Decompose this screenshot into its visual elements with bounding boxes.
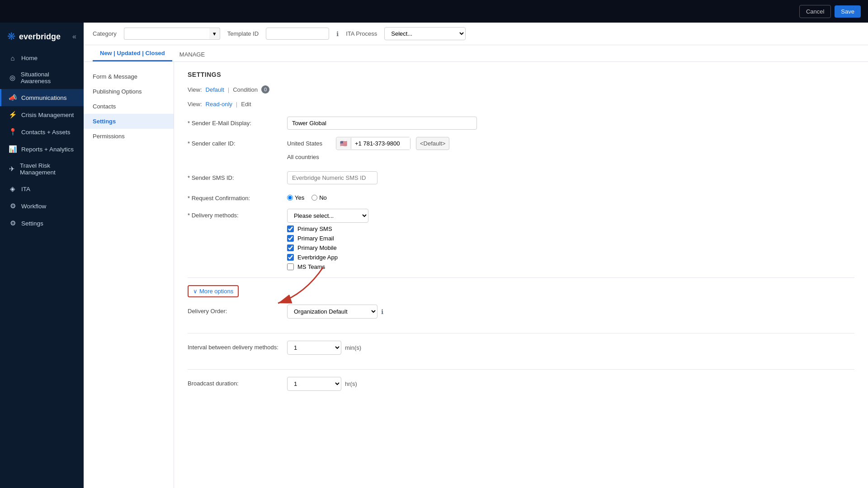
save-button[interactable]: Save bbox=[835, 5, 861, 18]
category-label: Category bbox=[93, 30, 117, 37]
sender-sms-field bbox=[287, 171, 854, 184]
sidebar-label-travel-risk: Travel Risk Management bbox=[20, 162, 76, 176]
delivery-order-select[interactable]: Organization Default bbox=[287, 305, 377, 319]
sidebar-label-reports-analytics: Reports + Analytics bbox=[21, 146, 74, 153]
request-confirmation-label: * Request Confirmation: bbox=[188, 192, 287, 202]
checkbox-primary-email-input[interactable] bbox=[287, 235, 294, 242]
checkbox-primary-mobile: Primary Mobile bbox=[287, 244, 854, 251]
template-id-input[interactable] bbox=[266, 28, 329, 40]
sender-caller-label: * Sender caller ID: bbox=[188, 137, 287, 147]
view-condition-link[interactable]: Condition bbox=[233, 86, 258, 93]
sidebar-icon-crisis-management: ⚡ bbox=[9, 111, 17, 119]
content-area: Form & Message Publishing Options Contac… bbox=[84, 62, 868, 488]
sidebar-item-situational-awareness[interactable]: ◎ Situational Awareness bbox=[0, 66, 84, 89]
sms-input[interactable] bbox=[287, 171, 377, 184]
tab-manage[interactable]: MANAGE bbox=[172, 47, 212, 61]
default-tag: <Default> bbox=[416, 137, 449, 150]
logo-text: everbridge bbox=[19, 32, 61, 42]
template-id-label: Template ID bbox=[227, 30, 259, 37]
sender-email-input[interactable] bbox=[287, 117, 477, 130]
phone-input-group: 🇺🇸 bbox=[336, 137, 410, 150]
delivery-methods-row: * Delivery methods: Please select... Pri… bbox=[188, 209, 854, 270]
broadcast-select[interactable]: 1 bbox=[287, 377, 341, 391]
request-confirmation-row: * Request Confirmation: Yes No bbox=[188, 192, 854, 202]
main-layout: ❋ everbridge « ⌂ Home ◎ Situational Awar… bbox=[0, 23, 868, 488]
edit-link[interactable]: Edit bbox=[241, 101, 251, 108]
sidebar-label-situational-awareness: Situational Awareness bbox=[21, 71, 76, 84]
radio-yes[interactable] bbox=[287, 195, 293, 201]
sidebar-label-crisis-management: Crisis Management bbox=[21, 112, 74, 118]
divider-3 bbox=[188, 369, 854, 370]
cancel-button[interactable]: Cancel bbox=[799, 5, 831, 18]
sidebar-item-ita[interactable]: ◈ ITA bbox=[0, 180, 84, 197]
category-input[interactable]: Safety bbox=[124, 28, 209, 40]
radio-no-label[interactable]: No bbox=[311, 194, 327, 201]
sender-sms-row: * Sender SMS ID: bbox=[188, 171, 854, 184]
sender-caller-field: United States 🇺🇸 <Default> All countries bbox=[287, 137, 854, 164]
leftnav-settings[interactable]: Settings bbox=[84, 114, 174, 129]
phone-input[interactable] bbox=[351, 137, 410, 150]
sidebar-item-travel-risk[interactable]: ✈ Travel Risk Management bbox=[0, 158, 84, 180]
broadcast-row: Broadcast duration: 1 hr(s) bbox=[188, 377, 854, 391]
checkbox-ms-teams-label: MS Teams bbox=[297, 263, 325, 270]
collapse-icon[interactable]: « bbox=[72, 33, 76, 41]
interval-select[interactable]: 1 bbox=[287, 341, 341, 355]
checkbox-primary-mobile-label: Primary Mobile bbox=[297, 244, 337, 251]
checkbox-primary-email-label: Primary Email bbox=[297, 235, 334, 242]
sidebar-item-home[interactable]: ⌂ Home bbox=[0, 50, 84, 66]
ita-info-icon: ℹ bbox=[336, 30, 339, 38]
more-options-button[interactable]: ∨ More options bbox=[188, 285, 239, 297]
delivery-order-info-icon[interactable]: ℹ bbox=[381, 308, 383, 315]
country-label: United States bbox=[287, 140, 332, 147]
leftnav-form-message[interactable]: Form & Message bbox=[84, 69, 174, 84]
checkbox-primary-email: Primary Email bbox=[287, 235, 854, 242]
sidebar-item-settings[interactable]: ⚙ Settings bbox=[0, 215, 84, 232]
leftnav-publishing-options[interactable]: Publishing Options bbox=[84, 84, 174, 99]
ita-process-select[interactable]: Select... bbox=[384, 27, 466, 40]
ita-process-label: ITA Process bbox=[346, 30, 377, 37]
tab-new-updated-closed[interactable]: New | Updated | Closed bbox=[93, 45, 172, 61]
leftnav-contacts[interactable]: Contacts bbox=[84, 99, 174, 114]
sidebar-icon-reports-analytics: 📊 bbox=[9, 145, 17, 153]
radio-yes-label[interactable]: Yes bbox=[287, 194, 304, 201]
category-dropdown: Safety ▾ bbox=[124, 28, 220, 40]
checkbox-primary-sms-input[interactable] bbox=[287, 225, 294, 232]
more-options-container: ∨ More options bbox=[188, 285, 854, 297]
sidebar-item-communications[interactable]: 📣 Communications bbox=[0, 89, 84, 106]
checkbox-ms-teams-input[interactable] bbox=[287, 263, 294, 270]
radio-group: Yes No bbox=[287, 192, 854, 201]
view-row-2: View: Read-only | Edit bbox=[188, 101, 854, 108]
sidebar-icon-communications: 📣 bbox=[9, 94, 17, 102]
settings-title: SETTINGS bbox=[188, 71, 854, 78]
sender-email-field bbox=[287, 117, 854, 130]
radio-no[interactable] bbox=[311, 195, 317, 201]
flag-button[interactable]: 🇺🇸 bbox=[336, 138, 351, 149]
all-countries-label: All countries bbox=[287, 154, 332, 160]
sidebar-item-crisis-management[interactable]: ⚡ Crisis Management bbox=[0, 106, 84, 123]
logo-icon: ❋ bbox=[7, 31, 15, 42]
condition-badge: 0 bbox=[261, 85, 269, 94]
tab-bar: New | Updated | Closed MANAGE bbox=[84, 45, 868, 62]
left-nav: Form & Message Publishing Options Contac… bbox=[84, 62, 174, 488]
delivery-methods-select[interactable]: Please select... bbox=[287, 209, 368, 223]
us-caller-row: United States 🇺🇸 <Default> bbox=[287, 137, 854, 150]
leftnav-permissions[interactable]: Permissions bbox=[84, 129, 174, 144]
sidebar: ❋ everbridge « ⌂ Home ◎ Situational Awar… bbox=[0, 23, 84, 488]
readonly-link[interactable]: Read-only bbox=[206, 101, 232, 108]
sidebar-item-contacts-assets[interactable]: 📍 Contacts + Assets bbox=[0, 123, 84, 141]
sidebar-item-reports-analytics[interactable]: 📊 Reports + Analytics bbox=[0, 141, 84, 158]
interval-field: 1 min(s) bbox=[287, 341, 854, 362]
checkbox-primary-sms: Primary SMS bbox=[287, 225, 854, 232]
sidebar-label-home: Home bbox=[21, 55, 38, 61]
sidebar-label-workflow: Workflow bbox=[21, 203, 46, 210]
view-default-link[interactable]: Default bbox=[206, 86, 224, 93]
checkbox-everbridge-app-input[interactable] bbox=[287, 254, 294, 261]
sidebar-logo: ❋ everbridge « bbox=[0, 26, 84, 50]
checkbox-primary-mobile-input[interactable] bbox=[287, 244, 294, 251]
sidebar-item-workflow[interactable]: ⚙ Workflow bbox=[0, 197, 84, 215]
checkbox-everbridge-app: Everbridge App bbox=[287, 254, 854, 261]
category-dropdown-btn[interactable]: ▾ bbox=[209, 28, 220, 40]
sender-email-label: * Sender E-Mail Display: bbox=[188, 117, 287, 127]
interval-row: Interval between delivery methods: 1 min… bbox=[188, 341, 854, 362]
sidebar-label-settings: Settings bbox=[21, 220, 43, 227]
